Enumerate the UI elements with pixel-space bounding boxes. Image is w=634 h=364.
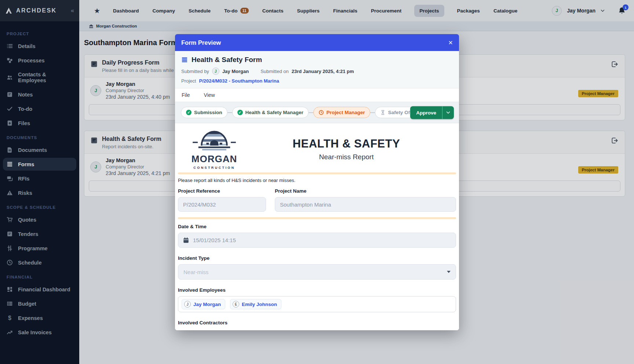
form-title: Health & Safety Form bbox=[192, 56, 262, 64]
step-connector bbox=[370, 112, 375, 113]
approve-dropdown-button[interactable] bbox=[442, 106, 454, 119]
menu-item-view[interactable]: View bbox=[204, 92, 215, 98]
divider bbox=[178, 217, 456, 219]
submitter-avatar: J bbox=[212, 68, 219, 75]
project-name-label: Project Name bbox=[275, 188, 456, 194]
incident-type-value: Near-miss bbox=[183, 269, 208, 275]
involved-employees-label: Involved Employees bbox=[178, 287, 456, 293]
submitted-on-label: Submitted on bbox=[260, 69, 289, 74]
approve-split-button: Approve bbox=[410, 106, 454, 119]
check-circle-icon: ✓ bbox=[186, 110, 192, 115]
check-circle-icon: ✓ bbox=[237, 110, 243, 115]
calendar-icon bbox=[183, 237, 189, 244]
pending-clock-icon bbox=[318, 110, 324, 115]
form-heading: HEALTH & SAFETY bbox=[249, 137, 444, 150]
menu-item-file[interactable]: File bbox=[182, 92, 190, 98]
modal-menubar: File View bbox=[175, 88, 459, 102]
logo-text: MORGAN bbox=[192, 153, 237, 165]
datetime-value: 15/01/2025 14:15 bbox=[193, 237, 236, 243]
modal-title: Form Preview bbox=[181, 39, 221, 46]
modal-header: Form Preview × bbox=[175, 34, 459, 51]
dome-logo-icon bbox=[192, 128, 237, 152]
date-time-label: Date & Time bbox=[178, 224, 456, 229]
select-caret-icon bbox=[447, 271, 451, 273]
form-intro-text: Please report all kinds of H&S incidents… bbox=[178, 178, 456, 183]
approve-button[interactable]: Approve bbox=[410, 106, 442, 119]
workflow-step-project-manager[interactable]: Project Manager bbox=[313, 107, 370, 118]
close-icon[interactable]: × bbox=[448, 39, 453, 46]
hourglass-icon bbox=[380, 110, 386, 115]
logo-subtext: CONSTRUCTION bbox=[193, 166, 235, 170]
involved-contractors-label: Involved Contractors bbox=[178, 320, 456, 325]
submitted-by-value: Jay Morgan bbox=[222, 69, 249, 74]
project-label: Project bbox=[181, 78, 196, 84]
employee-chip-jay-morgan[interactable]: J Jay Morgan bbox=[182, 299, 225, 309]
incident-type-select[interactable]: Near-miss bbox=[178, 264, 456, 280]
submitted-by-label: Submitted by bbox=[181, 69, 209, 74]
project-reference-label: Project Reference bbox=[178, 188, 266, 194]
workflow-step-hs-manager[interactable]: ✓ Health & Safety Manager bbox=[232, 107, 309, 118]
incident-type-label: Incident Type bbox=[178, 255, 456, 261]
employee-chip-emily-johnson[interactable]: E Emily Johnson bbox=[230, 299, 281, 309]
workflow-step-submission[interactable]: ✓ Submission bbox=[181, 107, 227, 118]
project-name-input[interactable] bbox=[275, 197, 456, 212]
step-connector bbox=[227, 112, 232, 113]
workflow-steps: ✓ Submission ✓ Health & Safety Manager P… bbox=[175, 102, 459, 123]
form-info-section: Health & Safety Form Submitted by J Jay … bbox=[175, 51, 459, 88]
datetime-input[interactable]: 15/01/2025 14:15 bbox=[178, 233, 456, 248]
form-lines-icon bbox=[181, 57, 188, 63]
submitted-on-value: 23rd January 2025, 4:21 pm bbox=[292, 69, 354, 74]
divider bbox=[178, 172, 456, 174]
form-preview-modal: Form Preview × Health & Safety Form Subm… bbox=[175, 34, 459, 330]
morgan-construction-logo: MORGAN CONSTRUCTION bbox=[179, 128, 249, 170]
chip-avatar: E bbox=[233, 301, 239, 307]
project-link[interactable]: P/2024/M032 - Southampton Marina bbox=[199, 78, 279, 84]
involved-employees-box[interactable]: J Jay Morgan E Emily Johnson bbox=[178, 296, 456, 312]
chip-avatar: J bbox=[184, 301, 191, 307]
project-reference-input[interactable] bbox=[178, 197, 266, 212]
step-connector bbox=[309, 112, 313, 113]
form-subheading: Near-miss Report bbox=[249, 153, 444, 161]
form-body: MORGAN CONSTRUCTION HEALTH & SAFETY Near… bbox=[175, 123, 459, 330]
